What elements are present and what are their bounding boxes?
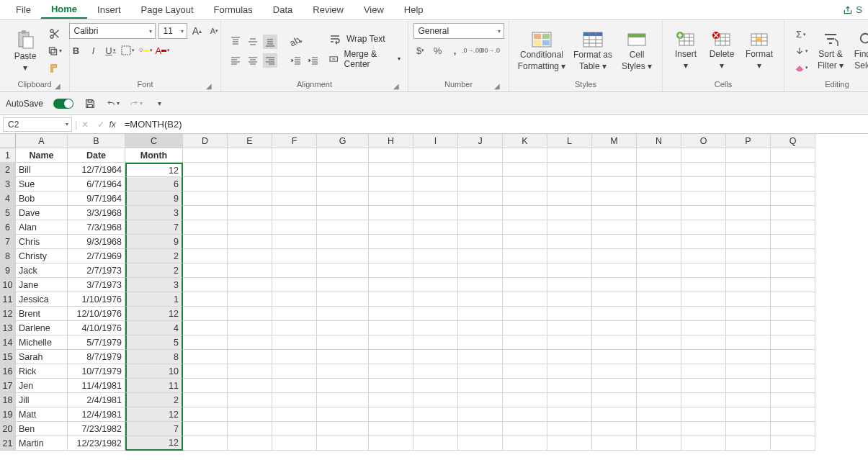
- cell[interactable]: [317, 220, 369, 235]
- tab-insert[interactable]: Insert: [87, 1, 131, 18]
- wrap-text-button[interactable]: Wrap Text: [329, 33, 401, 45]
- cell[interactable]: [317, 191, 369, 206]
- cell[interactable]: 8: [125, 350, 183, 364]
- cell[interactable]: 1: [125, 292, 183, 307]
- cell[interactable]: 11: [125, 379, 183, 393]
- cell[interactable]: [547, 191, 592, 206]
- cell[interactable]: [458, 393, 503, 407]
- cell[interactable]: [726, 393, 771, 407]
- cell[interactable]: [413, 321, 458, 335]
- cell[interactable]: [183, 249, 228, 263]
- cell[interactable]: [272, 235, 317, 249]
- redo-button[interactable]: ▾: [130, 97, 143, 110]
- row-header[interactable]: 6: [0, 220, 16, 235]
- cell[interactable]: [637, 235, 681, 249]
- cell[interactable]: [458, 335, 503, 350]
- cell[interactable]: 12/7/1964: [68, 163, 125, 177]
- cell[interactable]: 2/4/1981: [68, 393, 125, 407]
- cell[interactable]: Alan: [16, 220, 68, 235]
- cell[interactable]: [228, 163, 272, 177]
- cell[interactable]: 3: [125, 278, 183, 292]
- cell[interactable]: [726, 292, 771, 307]
- cell[interactable]: [458, 321, 503, 335]
- cell[interactable]: [183, 278, 228, 292]
- cell[interactable]: 4/10/1976: [68, 321, 125, 335]
- cell[interactable]: [183, 407, 228, 422]
- column-header[interactable]: Q: [771, 134, 815, 148]
- cell[interactable]: [228, 335, 272, 350]
- cell[interactable]: 12: [125, 163, 183, 177]
- comma-button[interactable]: ,: [448, 43, 462, 58]
- qat-customize[interactable]: ▾: [153, 97, 166, 110]
- cell[interactable]: [726, 163, 771, 177]
- cell[interactable]: [228, 191, 272, 206]
- row-header[interactable]: 1: [0, 148, 16, 163]
- bold-button[interactable]: B: [69, 43, 84, 58]
- fill-color-button[interactable]: ▾: [138, 43, 153, 58]
- percent-button[interactable]: %: [431, 43, 445, 58]
- cell[interactable]: [771, 249, 815, 263]
- cell[interactable]: [458, 422, 503, 436]
- cell[interactable]: Darlene: [16, 321, 68, 335]
- cell[interactable]: [369, 163, 413, 177]
- column-header[interactable]: A: [16, 134, 68, 148]
- cell[interactable]: [726, 350, 771, 364]
- cell[interactable]: [183, 335, 228, 350]
- cell[interactable]: [681, 393, 726, 407]
- cell[interactable]: [681, 206, 726, 220]
- cell[interactable]: [637, 350, 681, 364]
- cell[interactable]: [413, 307, 458, 321]
- cell[interactable]: [637, 163, 681, 177]
- column-header[interactable]: M: [592, 134, 637, 148]
- cell[interactable]: [592, 407, 637, 422]
- cell[interactable]: [369, 364, 413, 379]
- row-header[interactable]: 4: [0, 191, 16, 206]
- cell[interactable]: [592, 321, 637, 335]
- cell[interactable]: [726, 364, 771, 379]
- align-top-button[interactable]: [228, 35, 243, 49]
- cell[interactable]: [272, 148, 317, 163]
- cell[interactable]: [183, 364, 228, 379]
- cell[interactable]: [369, 249, 413, 263]
- cell[interactable]: [503, 364, 547, 379]
- font-size-select[interactable]: 11▾: [158, 23, 187, 39]
- alignment-launcher[interactable]: ◢: [392, 81, 401, 90]
- column-header[interactable]: G: [317, 134, 369, 148]
- cell[interactable]: [637, 191, 681, 206]
- cell[interactable]: [458, 220, 503, 235]
- cell[interactable]: [637, 220, 681, 235]
- row-header[interactable]: 10: [0, 278, 16, 292]
- cell[interactable]: [681, 422, 726, 436]
- cell[interactable]: [272, 379, 317, 393]
- cell[interactable]: [503, 307, 547, 321]
- cell[interactable]: [726, 263, 771, 278]
- cell[interactable]: [547, 292, 592, 307]
- cell[interactable]: [183, 206, 228, 220]
- cell[interactable]: [503, 263, 547, 278]
- column-header[interactable]: O: [681, 134, 726, 148]
- cell[interactable]: [592, 307, 637, 321]
- cell[interactable]: [503, 249, 547, 263]
- cell[interactable]: [317, 206, 369, 220]
- column-header[interactable]: D: [183, 134, 228, 148]
- cell[interactable]: 4: [125, 321, 183, 335]
- row-header[interactable]: 13: [0, 321, 16, 335]
- increase-decimal-button[interactable]: .0→.00: [465, 43, 480, 58]
- cell[interactable]: 2/7/1969: [68, 249, 125, 263]
- column-header[interactable]: E: [228, 134, 272, 148]
- cell[interactable]: [637, 407, 681, 422]
- cell[interactable]: [369, 379, 413, 393]
- cell[interactable]: [547, 379, 592, 393]
- cell[interactable]: [726, 278, 771, 292]
- cell[interactable]: [458, 350, 503, 364]
- cell[interactable]: [228, 263, 272, 278]
- orientation-button[interactable]: ab▾: [289, 35, 303, 49]
- cell[interactable]: [317, 335, 369, 350]
- row-header[interactable]: 19: [0, 407, 16, 422]
- cell[interactable]: [413, 335, 458, 350]
- cell[interactable]: [413, 393, 458, 407]
- cell[interactable]: [183, 321, 228, 335]
- undo-button[interactable]: ▾: [107, 97, 120, 110]
- cell[interactable]: [592, 191, 637, 206]
- cell[interactable]: 10: [125, 364, 183, 379]
